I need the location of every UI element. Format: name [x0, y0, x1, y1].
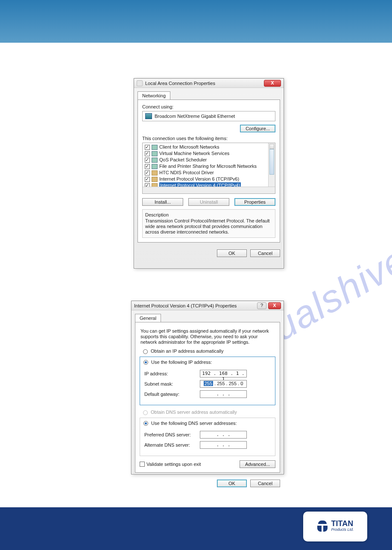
- component-icon: [152, 145, 158, 150]
- preferred-dns-input[interactable]: . . .: [200, 431, 247, 439]
- nic-icon: [145, 113, 152, 119]
- subnet-mask-input[interactable]: 255 . 255 . 255 . 0: [200, 380, 247, 388]
- connect-using-label: Connect using:: [142, 104, 275, 109]
- adapter-box: Broadcom NetXtreme Gigabit Ethernet: [142, 111, 275, 121]
- checkbox-icon[interactable]: [145, 177, 150, 182]
- item-label: Internet Protocol Version 6 (TCP/IPv6): [159, 176, 239, 182]
- alternate-dns-input[interactable]: . . .: [200, 441, 247, 449]
- item-label: Virtual Machine Network Services: [159, 150, 229, 157]
- protocol-icon: [152, 177, 158, 182]
- tab-panel: Connect using: Broadcom NetXtreme Gigabi…: [137, 99, 280, 243]
- radio-auto-ip[interactable]: [143, 349, 148, 354]
- item-label: Client for Microsoft Networks: [159, 144, 219, 150]
- validate-label: Validate settings upon exit: [146, 462, 201, 467]
- checkbox-icon[interactable]: [145, 151, 150, 156]
- dialog-titlebar[interactable]: Local Area Connection Properties X: [134, 79, 284, 88]
- logo-brand: TITAN: [331, 521, 354, 527]
- close-button[interactable]: X: [268, 302, 281, 309]
- component-icon: [152, 158, 158, 163]
- cancel-button[interactable]: Cancel: [250, 249, 280, 257]
- help-button[interactable]: ?: [257, 302, 266, 309]
- dialog-title: Local Area Connection Properties: [145, 81, 215, 86]
- intro-text: You can get IP settings assigned automat…: [140, 327, 275, 348]
- list-item[interactable]: Virtual Machine Network Services: [143, 150, 274, 157]
- list-item[interactable]: Internet Protocol Version 6 (TCP/IPv6): [143, 176, 274, 182]
- dialog-titlebar[interactable]: Internet Protocol Version 4 (TCP/IPv4) P…: [132, 301, 284, 310]
- adapter-name: Broadcom NetXtreme Gigabit Ethernet: [155, 114, 235, 119]
- page-footer: TITAN Products Ltd.: [0, 507, 392, 550]
- radio-use-dns-label: Use the following DNS server addresses:: [151, 421, 237, 426]
- close-button[interactable]: X: [264, 80, 281, 87]
- checkbox-icon[interactable]: [145, 145, 150, 150]
- alternate-dns-label: Alternate DNS server:: [144, 442, 196, 448]
- description-text: Transmission Control Protocol/Internet P…: [145, 218, 272, 235]
- lan-properties-dialog: Local Area Connection Properties X Netwo…: [134, 78, 284, 269]
- advanced-button[interactable]: Advanced...: [240, 460, 275, 468]
- configure-button[interactable]: Configure...: [240, 125, 275, 132]
- description-box: Description Transmission Control Protoco…: [142, 209, 275, 238]
- protocol-icon: [152, 170, 158, 176]
- radio-auto-dns: [143, 410, 148, 415]
- list-item[interactable]: File and Printer Sharing for Microsoft N…: [143, 163, 274, 170]
- item-label: HTC NDIS Protocol Driver: [159, 170, 214, 176]
- window-icon: [137, 80, 143, 86]
- cancel-button[interactable]: Cancel: [250, 480, 280, 487]
- dns-fieldset: Use the following DNS server addresses: …: [140, 418, 275, 456]
- vertical-scrollbar[interactable]: [268, 143, 275, 187]
- checkbox-icon[interactable]: [145, 158, 150, 163]
- description-title: Description: [145, 212, 272, 217]
- list-item[interactable]: Client for Microsoft Networks: [143, 144, 274, 150]
- tab-general[interactable]: General: [135, 314, 161, 322]
- checkbox-icon[interactable]: [145, 170, 150, 176]
- logo-icon: [316, 521, 328, 532]
- ip-address-label: IP address:: [144, 371, 196, 376]
- properties-button[interactable]: Properties: [234, 198, 275, 206]
- ip-address-input[interactable]: 192 . 168 . 1 . 1: [200, 370, 247, 377]
- radio-use-ip[interactable]: [143, 360, 148, 365]
- tab-strip: Networking: [137, 91, 280, 99]
- logo-tagline: Products Ltd.: [331, 527, 354, 532]
- radio-use-ip-label: Use the following IP address:: [151, 360, 212, 365]
- horizontal-scrollbar[interactable]: [143, 187, 275, 193]
- component-icon: [152, 151, 158, 156]
- tab-panel: You can get IP settings assigned automat…: [135, 322, 280, 473]
- item-label: QoS Packet Scheduler: [159, 157, 207, 163]
- radio-use-dns[interactable]: [143, 421, 148, 426]
- connection-items-list[interactable]: Client for Microsoft Networks Virtual Ma…: [142, 143, 275, 194]
- ok-button[interactable]: OK: [217, 249, 247, 257]
- default-gateway-input[interactable]: . . .: [200, 390, 247, 398]
- subnet-mask-label: Subnet mask:: [144, 381, 196, 386]
- tab-strip: General: [135, 314, 280, 322]
- component-icon: [152, 164, 158, 169]
- items-label: This connection uses the following items…: [142, 136, 275, 141]
- dialog-title: Internet Protocol Version 4 (TCP/IPv4) P…: [134, 303, 237, 308]
- install-button[interactable]: Install...: [142, 198, 183, 206]
- preferred-dns-label: Preferred DNS server:: [144, 432, 196, 437]
- validate-checkbox[interactable]: [140, 462, 145, 467]
- ipv4-properties-dialog: Internet Protocol Version 4 (TCP/IPv4) P…: [131, 301, 284, 474]
- list-item[interactable]: HTC NDIS Protocol Driver: [143, 170, 274, 176]
- default-gateway-label: Default gateway:: [144, 392, 196, 397]
- radio-auto-ip-label: Obtain an IP address automatically: [151, 348, 223, 354]
- ip-fieldset: Use the following IP address: IP address…: [140, 357, 275, 406]
- ok-button[interactable]: OK: [217, 480, 247, 487]
- tab-networking[interactable]: Networking: [137, 91, 170, 99]
- radio-auto-dns-label: Obtain DNS server address automatically: [151, 410, 237, 415]
- checkbox-icon[interactable]: [145, 164, 150, 169]
- uninstall-button: Uninstall: [188, 198, 229, 206]
- brand-logo: TITAN Products Ltd.: [303, 512, 367, 541]
- item-label: File and Printer Sharing for Microsoft N…: [159, 163, 257, 170]
- list-item[interactable]: QoS Packet Scheduler: [143, 157, 274, 163]
- page-header-banner: [0, 0, 392, 43]
